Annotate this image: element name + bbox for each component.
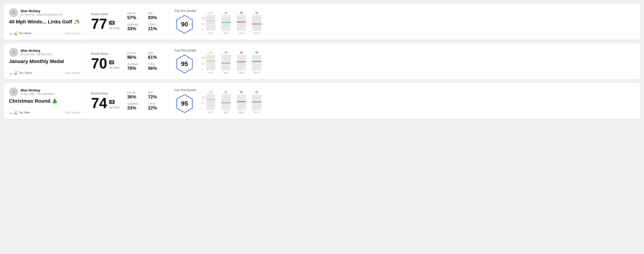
bar-label-arg: ARG — [239, 112, 244, 114]
fw-hit-stat: FW Hit 86% — [127, 52, 142, 60]
avatar — [9, 87, 18, 96]
bar-fill-bg — [252, 102, 261, 110]
score-diff-badge: +5 — [109, 21, 115, 25]
round-title: Christmas Round 🎄 — [9, 98, 80, 104]
oneputt-stat: 1 Putt 11% — [148, 23, 163, 31]
bar-value-app: 86 — [225, 51, 227, 54]
bar-label-app: APP — [224, 112, 228, 114]
bar-value-putt: 82 — [255, 11, 258, 14]
bar-marker-app — [222, 103, 230, 103]
bag-icon: ⛳ — [14, 31, 17, 35]
stats-block: FW Hit 86% GIR 61% Up/Down 78% 1 Putt 56… — [127, 52, 163, 71]
updown-stat: Up/Down 33% — [127, 102, 142, 111]
fw-hit-label: FW Hit — [127, 52, 142, 55]
footer-row: ☁ ⛳ Tee: Yellow Data: Arccos — [9, 71, 80, 75]
bar-fill-bg — [222, 22, 230, 31]
bar-marker-ott — [206, 20, 215, 21]
y-axis-min: 0 — [202, 68, 206, 71]
bar-value-arg: 96 — [240, 51, 243, 54]
score-holes: 18 Holes — [109, 106, 120, 109]
bar-wrapper-app — [222, 55, 230, 70]
hexagon-container: 90 — [174, 14, 195, 34]
avatar — [9, 8, 18, 17]
bar-wrapper-putt — [252, 15, 261, 31]
fw-hit-stat: FW Hit 36% — [127, 91, 142, 100]
updown-label: Up/Down — [127, 23, 142, 26]
bar-marker-arg — [237, 61, 246, 62]
bar-marker-ott — [206, 99, 215, 100]
oneputt-stat: 1 Putt 22% — [148, 102, 163, 111]
right-section: Avg Shot Quality 95 100 50 0 101 O — [169, 48, 635, 75]
updown-value: 78% — [127, 66, 142, 71]
score-label: Round Score — [91, 92, 120, 95]
bar-group-putt: 99 PUTT — [252, 51, 261, 74]
bar-marker-arg — [237, 101, 246, 102]
quality-label: Avg Shot Quality — [174, 88, 196, 92]
bar-marker-app — [222, 22, 230, 23]
oneputt-value: 22% — [148, 105, 163, 111]
right-section: Avg Shot Quality 95 100 50 0 110 O — [169, 87, 635, 114]
bar-label-putt: PUTT — [254, 112, 260, 114]
score-block: Round Score 77 +5 18 Holes — [91, 12, 127, 31]
gir-label: GIR — [148, 91, 163, 94]
bar-wrapper-putt — [252, 55, 261, 70]
oneputt-value: 11% — [148, 26, 163, 31]
stats-block: FW Hit 57% GIR 83% Up/Down 33% 1 Putt 11… — [127, 12, 163, 31]
bar-group-ott: 110 OTT — [206, 91, 215, 114]
left-section: Blair McHarg 29 Jan 2022 · Mill Ride GCC… — [9, 48, 86, 75]
bar-value-app: 87 — [225, 91, 227, 94]
bar-value-ott: 101 — [209, 51, 213, 54]
date-course: 12 Feb 2022 · Royal North Devon GC — [21, 13, 62, 16]
user-name: Blair McHarg — [21, 9, 62, 13]
gir-stat: GIR 61% — [148, 52, 163, 60]
bar-value-putt: 99 — [255, 51, 258, 54]
oneputt-label: 1 Putt — [148, 102, 163, 105]
bar-fill-bg — [206, 20, 215, 31]
bar-group-app: 86 APP — [222, 51, 230, 74]
bar-wrapper-arg — [237, 94, 246, 110]
score-label: Round Score — [91, 12, 120, 16]
updown-label: Up/Down — [127, 102, 142, 105]
user-name: Blair McHarg — [21, 89, 54, 92]
date-course: 29 Jan 2022 · Mill Ride GCC — [21, 53, 52, 56]
fw-hit-stat: FW Hit 57% — [127, 12, 142, 20]
updown-stat: Up/Down 78% — [127, 63, 142, 71]
quality-block: Avg Shot Quality 95 — [174, 49, 196, 74]
fw-hit-value: 86% — [127, 55, 142, 60]
data-source: Data: Arccos — [65, 32, 80, 35]
user-info: Blair McHarg 27 Dec 2021 · The Oxfordshi… — [21, 89, 54, 95]
y-axis-mid: 50 — [202, 63, 206, 65]
bar-value-ott: 110 — [209, 91, 213, 94]
score-holes: 18 Holes — [109, 26, 120, 30]
footer-row: ☁ ⛳ Tee: Blue Data: Arccos — [9, 111, 80, 114]
score-label: Round Score — [91, 52, 120, 55]
svg-point-0 — [13, 11, 14, 13]
tee-info: ☁ ⛳ Tee: Blue — [9, 111, 30, 114]
bar-group-putt: 93 PUTT — [252, 91, 261, 114]
bar-fill-bg — [237, 61, 246, 70]
score-holes: 18 Holes — [109, 66, 120, 69]
bar-wrapper-ott — [206, 94, 215, 110]
bar-label-app: APP — [224, 72, 228, 74]
quality-block: Avg Shot Quality 90 — [174, 9, 196, 34]
round-title: 40 Mph Winds... Links Golf 🪃 — [9, 19, 80, 25]
hex-score: 95 — [181, 100, 188, 107]
chart-area: 100 50 0 110 OTT 87 APP — [202, 87, 635, 114]
bar-group-app: 87 APP — [222, 91, 230, 114]
bar-wrapper-app — [222, 94, 230, 110]
score-number: 70 — [91, 56, 107, 71]
middle-section: Round Score 70 -2 18 Holes FW Hit 86% GI… — [86, 48, 169, 75]
tee-label: Tee: Yellow — [19, 71, 32, 75]
bar-label-putt: PUTT — [254, 32, 260, 35]
bar-fill-bg — [252, 24, 261, 31]
bar-fill-bg — [206, 61, 215, 70]
user-info: Blair McHarg 29 Jan 2022 · Mill Ride GCC — [21, 49, 52, 56]
chart-area: 100 50 0 101 OTT 86 APP — [202, 48, 635, 75]
user-info: Blair McHarg 12 Feb 2022 · Royal North D… — [21, 9, 62, 16]
middle-section: Round Score 77 +5 18 Holes FW Hit 57% GI… — [86, 8, 169, 35]
oneputt-stat: 1 Putt 56% — [148, 63, 163, 71]
y-axis-max: 100 — [202, 57, 206, 59]
bar-marker-putt — [252, 24, 261, 24]
bar-label-app: APP — [224, 32, 228, 35]
updown-value: 33% — [127, 26, 142, 31]
